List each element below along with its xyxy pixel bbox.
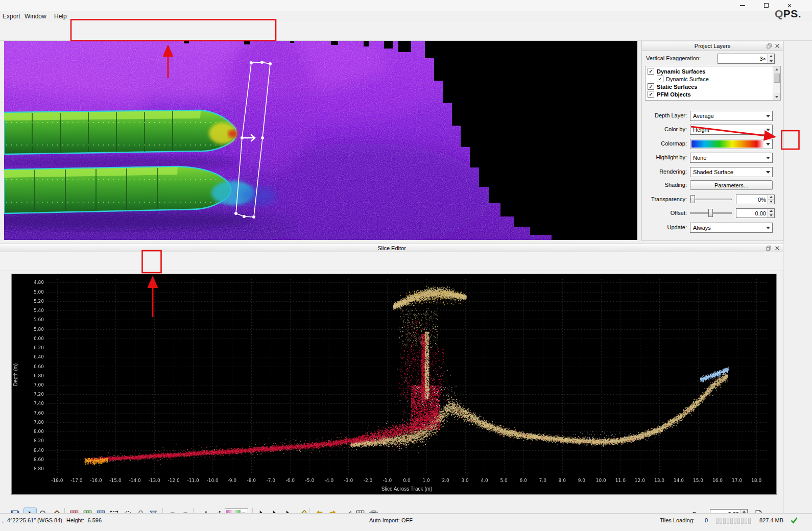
colormap-label: Colormap: [642,140,687,147]
slider-handle[interactable] [708,209,713,217]
colormap-swatch [691,140,764,148]
spin-up-icon[interactable] [768,54,774,59]
rendering-label: Rendering: [642,168,687,175]
vertical-exaggeration-value: 3× [759,56,766,62]
scene-3d-view[interactable] [4,41,637,240]
height-readout: Height: -6.596 [66,517,102,523]
menu-window[interactable]: Window [25,13,46,20]
application-window: × Export Window Help QQPS.PS. Shift No e… [0,0,812,531]
main-toolbar: Shift No exclusion mask Width: 32.9 Heig… [0,21,812,41]
colormap-combo[interactable] [690,139,773,149]
chevron-down-icon [766,171,770,174]
transparency-slider[interactable] [690,195,732,204]
rendering-combo[interactable]: Shaded Surface [690,167,773,177]
spin-down-icon[interactable] [768,59,774,63]
tree-item-static-surfaces[interactable]: ✓Static Surfaces [648,83,697,90]
right-dock-toolbar [783,41,812,513]
shading-label: Shading: [642,182,687,188]
restore-icon [764,3,769,8]
slice-editor-title: Slice Editor [377,245,406,251]
panel-title: Project Layers [695,43,730,49]
chevron-down-icon [766,157,770,159]
tree-scrollbar[interactable] [773,66,780,100]
scroll-down-icon[interactable] [773,93,780,100]
status-bar: , -4°22'25.61" (WGS 84) Height: -6.596 A… [0,513,812,531]
rendering-value: Shaded Surface [693,169,733,175]
checkbox[interactable]: ✓ [648,91,654,98]
minimize-button[interactable] [731,0,754,11]
color-by-value: Height [693,127,709,133]
tree-label: PFM Objects [657,91,691,98]
highlight-by-combo[interactable]: None [690,153,773,163]
qps-logo: QQPS.PS. [775,8,801,20]
checkbox[interactable]: ✓ [648,68,654,75]
chevron-down-icon [766,227,770,229]
offset-value: 0.00 [755,210,766,216]
auto-import-status: Auto Import: OFF [369,517,413,523]
status-ok-icon [790,516,799,525]
menu-help[interactable]: Help [54,13,67,20]
minimize-icon [740,5,745,6]
update-label: Update: [642,224,687,230]
slice-plot: Depth (m) Slice Across Track (m) [12,274,776,494]
update-combo[interactable]: Always [690,223,773,233]
float-panel-button[interactable] [766,42,773,50]
tree-label: Static Surfaces [657,84,697,90]
update-value: Always [693,225,711,231]
tree-label: Dynamic Surface [666,76,709,82]
bathymetry-scene [4,41,637,240]
checkbox[interactable]: ✓ [648,83,654,90]
tree-item-dynamic-surfaces[interactable]: ✓Dynamic Surfaces [648,67,705,75]
close-panel-button[interactable] [774,245,781,252]
slider-handle[interactable] [690,195,695,203]
slice-editor-toolbar: Exag: 2.38 [0,252,783,271]
depth-layer-label: Depth Layer: [642,112,687,118]
restore-button[interactable] [755,0,777,11]
depth-layer-value: Average [693,113,714,119]
close-panel-button[interactable] [774,42,781,50]
vessel-upper [4,110,238,154]
color-by-combo[interactable]: Height [690,125,773,135]
scroll-up-icon[interactable] [773,66,780,73]
shading-parameters-label: Parameters... [714,182,748,188]
panel-header: Project Layers [642,41,783,51]
color-by-label: Color by: [642,126,687,132]
tree-label: Dynamic Surfaces [657,68,705,75]
spin-down-icon[interactable] [768,213,774,218]
float-panel-button[interactable] [765,245,772,252]
offset-slider[interactable] [690,208,732,218]
depth-layer-combo[interactable]: Average [690,111,773,121]
slice-plot-canvas[interactable] [12,274,776,494]
highlight-by-value: None [693,155,706,161]
titlebar: × [0,0,812,11]
shading-parameters-button[interactable]: Parameters... [690,180,773,190]
spin-down-icon[interactable] [768,199,774,204]
y-axis-title: Depth (m) [13,274,18,475]
transparency-spinbox[interactable]: 0% [736,195,775,204]
chevron-down-icon [766,129,770,131]
scroll-thumb[interactable] [774,74,780,83]
x-axis-title: Slice Across Track (m) [46,486,767,492]
tree-item-dynamic-surface[interactable]: ✓Dynamic Surface [657,75,709,83]
memory-readout: 827.4 MB [759,517,783,523]
tree-item-pfm-objects[interactable]: ✓PFM Objects [648,90,691,98]
chevron-down-icon [766,143,770,146]
offset-label: Offset: [642,210,687,216]
transparency-label: Transparency: [642,196,687,202]
tiles-loading-value: 0 [705,517,708,523]
layers-tree: ✓Dynamic Surfaces ✓Dynamic Surface ✓Stat… [645,66,781,101]
transparency-value: 0% [758,197,766,203]
menu-export[interactable]: Export [3,13,20,20]
project-layers-panel: Project Layers Vertical Exaggeration: 3×… [641,41,783,241]
tiles-loading-label: Tiles Loading: [660,517,695,523]
chevron-down-icon [766,115,770,117]
vertical-exaggeration-spinbox[interactable]: 3× [718,54,775,64]
menubar: Export Window Help [0,11,613,21]
highlight-by-label: Highlight by: [642,154,687,160]
checkbox[interactable]: ✓ [657,76,663,82]
coordinate-readout: , -4°22'25.61" (WGS 84) [2,517,62,523]
slice-editor-header: Slice Editor [0,244,783,252]
offset-spinbox[interactable]: 0.00 [736,208,775,218]
vertical-exaggeration-label: Vertical Exaggeration: [646,55,701,61]
tile-load-meter [716,518,751,524]
